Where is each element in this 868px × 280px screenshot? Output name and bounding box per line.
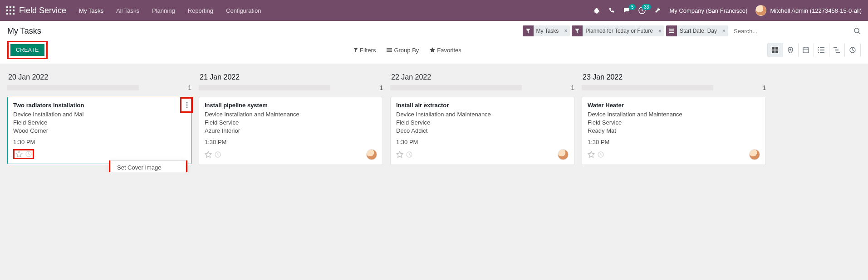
svg-point-35	[186, 107, 188, 108]
column-progress: 1	[390, 84, 574, 91]
card-team: Field Service	[396, 119, 569, 127]
nav-planning[interactable]: Planning	[152, 7, 175, 14]
card-customer: Ready Mat	[588, 127, 760, 135]
kanban-column: 22 Jan 2022 1 Install air extractor Devi…	[390, 71, 582, 165]
svg-point-13	[854, 28, 859, 33]
column-count: 1	[571, 84, 574, 91]
brand-title[interactable]: Field Service	[19, 6, 66, 15]
clock-icon[interactable]	[25, 151, 32, 157]
column-title: 23 Jan 2022	[583, 73, 623, 81]
kanban-board: 20 Jan 2022 1 Two radiators installation…	[0, 64, 868, 172]
kanban-view[interactable]	[768, 43, 783, 57]
svg-rect-14	[387, 48, 392, 49]
create-button[interactable]: CREATE	[10, 44, 44, 56]
groupby-tool[interactable]: Group By	[387, 47, 419, 54]
card-customer: Deco Addict	[396, 127, 569, 135]
filters-tool[interactable]: Filters	[353, 47, 376, 54]
app-header: Field Service My Tasks All Tasks Plannin…	[0, 0, 868, 21]
groupby-label: Group By	[394, 47, 419, 54]
company-name[interactable]: My Company (San Francisco)	[669, 7, 747, 14]
card-team: Field Service	[205, 119, 377, 127]
card-menu-icon[interactable]	[182, 100, 191, 110]
calendar-view[interactable]	[799, 43, 814, 57]
svg-rect-20	[775, 50, 778, 53]
svg-rect-3	[6, 10, 8, 11]
tools-icon[interactable]	[654, 7, 661, 14]
star-icon[interactable]	[588, 151, 595, 158]
column-title: 22 Jan 2022	[391, 73, 431, 81]
clock-icon[interactable]	[598, 151, 604, 158]
star-icon[interactable]	[396, 151, 403, 158]
nav-reporting[interactable]: Reporting	[188, 7, 213, 14]
kanban-card[interactable]: Two radiators installation Device Instal…	[7, 97, 191, 164]
column-title: 21 Jan 2022	[200, 73, 240, 81]
activity-icon[interactable]: 33	[638, 7, 646, 14]
view-switcher	[767, 43, 861, 57]
progress-bar[interactable]	[7, 85, 139, 90]
kanban-card[interactable]: Install pipeline system Device Installat…	[199, 97, 383, 165]
search-icon[interactable]	[853, 27, 861, 35]
kanban-card[interactable]: Install air extractor Device Installatio…	[390, 97, 574, 165]
svg-rect-27	[818, 52, 819, 53]
progress-bar[interactable]	[199, 85, 330, 90]
messaging-icon[interactable]: 5	[623, 7, 630, 14]
nav-my-tasks[interactable]: My Tasks	[79, 7, 103, 14]
activity-badge: 33	[642, 4, 651, 10]
filter-icon	[572, 25, 583, 36]
facet-close[interactable]: ×	[561, 28, 570, 34]
favorites-label: Favorites	[437, 47, 461, 54]
star-icon[interactable]	[205, 151, 212, 158]
svg-rect-5	[13, 10, 15, 11]
kanban-column: 21 Jan 2022 1 Install pipeline system De…	[199, 71, 390, 165]
card-menu-highlight	[180, 97, 193, 113]
favorites-tool[interactable]: Favorites	[430, 47, 461, 54]
kanban-card[interactable]: Water Heater Device Installation and Mai…	[582, 97, 766, 165]
nav-configuration[interactable]: Configuration	[226, 7, 261, 14]
svg-rect-19	[772, 50, 775, 53]
card-time: 1:30 PM	[13, 138, 186, 146]
card-project: Device Installation and Mai	[13, 110, 186, 119]
search-tools: Filters Group By Favorites	[353, 47, 461, 54]
nav-all-tasks[interactable]: All Tasks	[116, 7, 139, 14]
facet-label: My Tasks	[534, 28, 562, 34]
star-icon[interactable]	[15, 150, 23, 158]
progress-bar[interactable]	[582, 85, 713, 90]
card-title: Water Heater	[588, 102, 760, 109]
activity-view[interactable]	[845, 43, 860, 57]
svg-rect-12	[669, 32, 674, 33]
card-project: Device Installation and Maintenance	[396, 110, 569, 119]
progress-bar[interactable]	[390, 85, 522, 90]
facet-close[interactable]: ×	[720, 28, 728, 34]
user-menu[interactable]: Mitchell Admin (12273458-15-0-all)	[755, 5, 862, 16]
phone-icon[interactable]	[608, 7, 615, 14]
search-input[interactable]	[730, 26, 848, 36]
facet-my-tasks: My Tasks ×	[523, 25, 570, 36]
bug-icon[interactable]	[593, 7, 600, 14]
card-time: 1:30 PM	[396, 138, 569, 146]
svg-rect-8	[13, 13, 15, 15]
assignee-avatar[interactable]	[366, 149, 377, 160]
main-nav: My Tasks All Tasks Planning Reporting Co…	[79, 7, 261, 14]
card-team: Field Service	[13, 119, 186, 127]
search-area: My Tasks × Planned for Today or Future ×…	[523, 25, 861, 36]
card-title: Install pipeline system	[205, 102, 377, 109]
gantt-view[interactable]	[829, 43, 845, 57]
apps-icon[interactable]	[6, 6, 15, 15]
page-title: My Tasks	[7, 26, 41, 36]
svg-rect-30	[835, 50, 839, 50]
card-customer: Wood Corner	[13, 127, 186, 135]
assignee-avatar[interactable]	[749, 149, 760, 160]
card-time: 1:30 PM	[205, 138, 377, 146]
list-view[interactable]	[814, 43, 829, 57]
column-progress: 1	[199, 84, 383, 91]
svg-rect-7	[10, 13, 11, 15]
map-view[interactable]	[783, 43, 799, 57]
card-title: Two radiators installation	[13, 102, 186, 109]
clock-icon[interactable]	[215, 151, 221, 158]
menu-set-cover[interactable]: Set Cover Image	[111, 161, 186, 172]
clock-icon[interactable]	[406, 151, 412, 158]
header-right: 5 33 My Company (San Francisco) Mitchell…	[593, 5, 862, 16]
facet-close[interactable]: ×	[656, 28, 664, 34]
messaging-badge: 5	[629, 4, 636, 10]
assignee-avatar[interactable]	[558, 149, 569, 160]
